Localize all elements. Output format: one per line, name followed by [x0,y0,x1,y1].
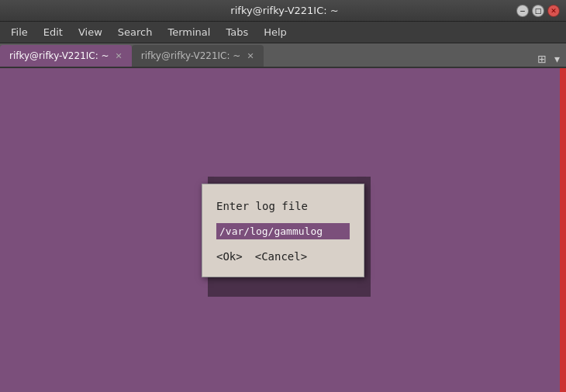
tab-actions: ⊞ ▾ [534,51,566,67]
menu-file[interactable]: File [3,23,36,41]
maximize-button[interactable]: □ [532,5,544,17]
window-controls: − □ ✕ [516,5,560,17]
minimize-button[interactable]: − [516,5,529,17]
dialog-title: Enter log file [216,200,350,212]
ok-button[interactable]: <Ok> [216,250,243,263]
menu-search[interactable]: Search [110,23,160,41]
tab-1[interactable]: rifky@rifky-V221IC: ~ ✕ [0,45,132,67]
terminal-area: Enter log file <Ok> <Cancel> [0,68,566,392]
dialog-buttons: <Ok> <Cancel> [216,250,350,263]
tab-1-label: rifky@rifky-V221IC: ~ [9,50,109,61]
menu-view[interactable]: View [71,23,110,41]
dialog-input-wrapper[interactable] [216,223,350,239]
tab-1-close-icon[interactable]: ✕ [116,51,123,61]
title-bar: rifky@rifky-V221IC: ~ − □ ✕ [0,0,566,22]
dialog-box: Enter log file <Ok> <Cancel> [202,184,364,277]
tab-new-button[interactable]: ⊞ [534,51,550,67]
tab-2[interactable]: rifky@rifky-V221IC: ~ ✕ [132,45,264,67]
dialog-overlay: Enter log file <Ok> <Cancel> [0,68,566,392]
menu-terminal[interactable]: Terminal [160,23,218,41]
log-file-input[interactable] [219,225,347,237]
menu-help[interactable]: Help [256,23,295,41]
menu-edit[interactable]: Edit [36,23,71,41]
tab-bar: rifky@rifky-V221IC: ~ ✕ rifky@rifky-V221… [0,43,566,68]
tab-2-label: rifky@rifky-V221IC: ~ [141,50,241,61]
menu-tabs[interactable]: Tabs [218,23,256,41]
tab-scroll-button[interactable]: ▾ [551,51,563,67]
close-button[interactable]: ✕ [547,5,560,17]
cancel-button[interactable]: <Cancel> [255,250,307,263]
tab-2-close-icon[interactable]: ✕ [247,51,254,61]
menu-bar: File Edit View Search Terminal Tabs Help [0,22,566,43]
window-title: rifky@rifky-V221IC: ~ [53,5,516,16]
